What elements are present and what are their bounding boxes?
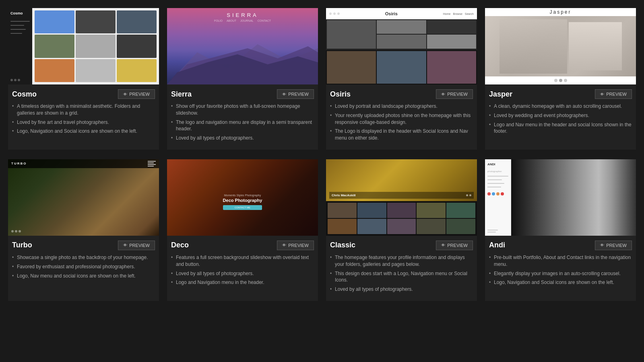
svg-marker-2 [167,54,318,84]
classic-feature-3: Loved by all types of photographers. [330,286,473,293]
jasper-thumbnail[interactable]: Jasper [485,8,636,84]
osiris-preview-icon: 👁 [441,92,445,97]
sierra-preview-button[interactable]: 👁 PREVIEW [277,89,314,99]
classic-feature-2: This design does start with a Logo, Navi… [330,270,473,284]
sierra-mountains-svg [167,40,318,84]
sierra-nav: FOLIOABOUTJOURNALCONTACT [214,19,271,22]
sierra-info: Sierra 👁 PREVIEW Show off your favorite … [167,84,318,150]
jasper-name: Jasper [489,90,512,99]
themes-grid: Cosmo [8,8,636,301]
andi-thumbnail[interactable]: ANDI photographer [485,159,636,236]
theme-card-classic: Chris MacAskill [326,159,477,301]
osiris-info: Osiris 👁 PREVIEW Loved by portrait and l… [326,84,477,150]
deco-preview-icon: 👁 [282,243,286,247]
jasper-feature-3: Logo and Nav menu in the header and soci… [489,121,632,135]
turbo-preview-icon: 👁 [123,243,127,247]
turbo-preview-button[interactable]: 👁 PREVIEW [118,241,155,250]
classic-thumbnail[interactable]: Chris MacAskill [326,159,477,236]
deco-title: Deco Photography [223,198,262,203]
turbo-info: Turbo 👁 PREVIEW Showcase a single photo … [8,236,159,301]
andi-features: Pre-built with Portfolio, About and Cont… [489,254,632,286]
sierra-features: Show off your favorite photos with a ful… [171,103,314,142]
deco-features: Features a full screen background slides… [171,254,314,286]
andi-feature-2: Elegantly display your images in an auto… [489,270,632,277]
preview-eye-icon: 👁 [123,92,127,97]
deco-info: Deco 👁 PREVIEW Features a full screen ba… [167,236,318,301]
cosmo-logo-text: Cosmo [10,11,30,15]
cosmo-feature-3: Logo, Navigation and Social icons are sh… [12,128,155,135]
cosmo-feature-1: A timeless design with a minimalist aest… [12,103,155,117]
deco-cta-button[interactable]: CONTACT ME [223,205,262,210]
theme-card-turbo: TURBO [8,159,159,301]
deco-feature-2: Loved by all types of photographers. [171,270,314,277]
cosmo-preview-button[interactable]: 👁 PREVIEW [118,89,155,99]
turbo-name: Turbo [12,241,32,249]
deco-subtitle: Moments Styles Photography [223,194,262,197]
andi-logo-text: ANDI [487,162,508,166]
andi-feature-1: Pre-built with Portfolio, About and Cont… [489,254,632,268]
cosmo-name: Cosmo [12,90,37,99]
theme-card-sierra: SIERRA FOLIOABOUTJOURNALCONTACT Sierra 👁… [167,8,318,150]
turbo-feature-2: Favored by enthusiast and professional p… [12,263,155,270]
theme-card-cosmo: Cosmo [8,8,159,150]
jasper-info: Jasper 👁 PREVIEW A clean, dynamic homepa… [485,84,636,150]
osiris-preview-button[interactable]: 👁 PREVIEW [436,89,473,99]
sierra-feature-1: Show off your favorite photos with a ful… [171,103,314,117]
sierra-logo: SIERRA [227,12,258,18]
cosmo-thumbnail[interactable]: Cosmo [8,8,159,84]
classic-feature-1: The homepage features your profile infor… [330,254,473,268]
osiris-nav: HomeBrowseSearch [443,12,474,15]
classic-info: Classic 👁 PREVIEW The homepage features … [326,236,477,301]
osiris-feature-2: Your recently uploaded photos shine on t… [330,112,473,126]
osiris-features: Loved by portrait and landscape photogra… [330,103,473,142]
turbo-features: Showcase a single photo as the backdrop … [12,254,155,279]
classic-preview-button[interactable]: 👁 PREVIEW [436,241,473,250]
classic-preview-icon: 👁 [441,243,445,247]
sierra-feature-3: Loved by all types of photographers. [171,135,314,142]
jasper-features: A clean, dynamic homepage with an auto s… [489,103,632,135]
jasper-preview-button[interactable]: 👁 PREVIEW [595,89,632,99]
andi-info: Andi 👁 PREVIEW Pre-built with Portfolio,… [485,236,636,301]
theme-card-andi: ANDI photographer [485,159,636,301]
sierra-feature-2: The logo and navigation menu are display… [171,119,314,133]
theme-card-jasper: Jasper Jasper 👁 PREVI [485,8,636,150]
classic-name: Classic [330,241,355,249]
andi-name: Andi [489,241,505,249]
turbo-feature-1: Showcase a single photo as the backdrop … [12,254,155,261]
jasper-feature-1: A clean, dynamic homepage with an auto s… [489,103,632,110]
osiris-feature-3: The Logo is displayed in the header with… [330,128,473,142]
osiris-name: Osiris [330,90,351,99]
cosmo-info: Cosmo 👁 PREVIEW A timeless design with a… [8,84,159,150]
deco-preview-button[interactable]: 👁 PREVIEW [277,241,314,250]
theme-card-osiris: Osiris HomeBrowseSearch [326,8,477,150]
sierra-name: Sierra [171,90,192,99]
jasper-header-title: Jasper [485,8,636,16]
andi-feature-3: Logo, Navigation and Social icons are sh… [489,279,632,286]
classic-features: The homepage features your profile infor… [330,254,473,293]
deco-thumbnail[interactable]: Deco Photography HOMENEW PHOTOSABOUT Mom… [167,159,318,236]
sierra-preview-icon: 👁 [282,92,286,97]
theme-card-deco: Deco Photography HOMENEW PHOTOSABOUT Mom… [167,159,318,301]
osiris-feature-1: Loved by portrait and landscape photogra… [330,103,473,110]
classic-profile-name: Chris MacAskill [332,193,356,197]
jasper-feature-2: Loved by wedding and event photographers… [489,112,632,119]
andi-preview-button[interactable]: 👁 PREVIEW [595,241,632,250]
cosmo-feature-2: Loved by fine art and travel photographe… [12,119,155,126]
osiris-logo: Osiris [385,11,398,16]
deco-feature-3: Logo and Navigation menu in the header. [171,279,314,286]
sierra-thumbnail[interactable]: SIERRA FOLIOABOUTJOURNALCONTACT [167,8,318,84]
turbo-thumbnail[interactable]: TURBO [8,159,159,236]
deco-feature-1: Features a full screen background slides… [171,254,314,268]
andi-preview-icon: 👁 [600,243,604,247]
jasper-preview-icon: 👁 [600,92,604,97]
turbo-feature-3: Logo, Nav menu and social icons are show… [12,273,155,280]
cosmo-features: A timeless design with a minimalist aest… [12,103,155,135]
osiris-thumbnail[interactable]: Osiris HomeBrowseSearch [326,8,477,84]
deco-name: Deco [171,241,189,249]
turbo-logo-text: TURBO [11,162,27,165]
